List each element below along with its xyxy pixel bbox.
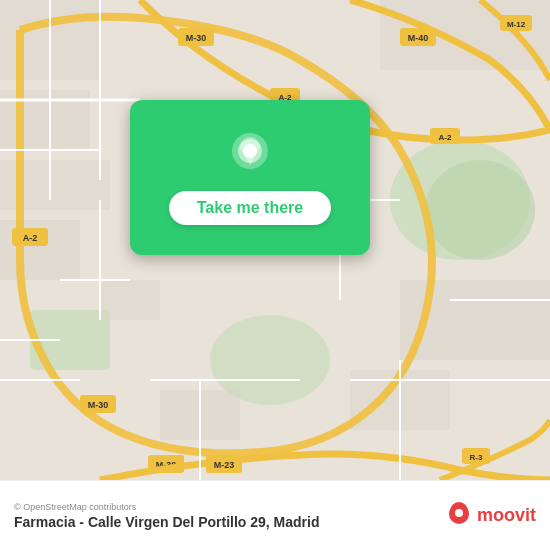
svg-text:M-23: M-23 [214,460,235,470]
osm-credit: © OpenStreetMap contributors [14,502,320,512]
svg-text:M-30: M-30 [88,400,109,410]
svg-text:M-30: M-30 [186,33,207,43]
location-name: Farmacia - Calle Virgen Del Portillo 29,… [14,514,320,530]
svg-text:A-2: A-2 [23,233,38,243]
take-me-there-button[interactable]: Take me there [169,191,331,225]
svg-text:R-3: R-3 [470,453,483,462]
moovit-text: moovit [477,505,536,526]
svg-text:M-40: M-40 [408,33,429,43]
svg-point-53 [455,509,463,517]
svg-point-2 [425,160,535,260]
bottom-left: © OpenStreetMap contributors Farmacia - … [14,502,320,530]
svg-text:A-2: A-2 [439,133,452,142]
svg-rect-9 [100,280,160,320]
svg-text:M-12: M-12 [507,20,526,29]
bottom-bar: © OpenStreetMap contributors Farmacia - … [0,480,550,550]
map-container: A-2 M-30 M-30 M-40 A-2 A-2 M-12 M-30 M-2… [0,0,550,480]
moovit-icon-svg [445,502,473,530]
moovit-logo: moovit [445,502,536,530]
pin-icon [226,131,274,179]
location-card: Take me there [130,100,370,255]
